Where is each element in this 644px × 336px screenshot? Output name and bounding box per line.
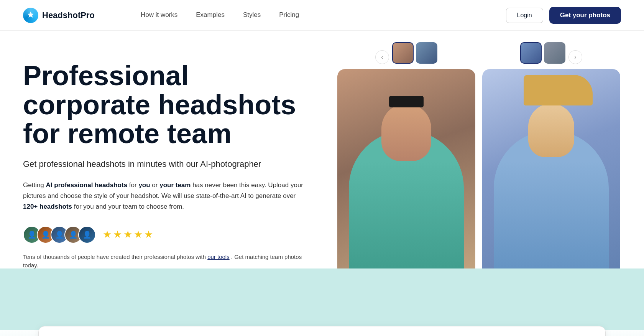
teal-background [0, 268, 644, 330]
form-container: Company name Team size 5 ▲ ▼ Create your… [38, 326, 606, 336]
avatar-group: 👤 👤 👤 👤 👤 [23, 226, 96, 244]
man-main-photo [337, 69, 475, 284]
nav-link-pricing[interactable]: Pricing [279, 11, 299, 19]
star-4: ★ [134, 229, 143, 240]
hero-left: Professional corporate headshots for rem… [23, 54, 307, 299]
login-button[interactable]: Login [506, 8, 543, 23]
social-proof: 👤 👤 👤 👤 👤 ★ ★ ★ ★ ★ [23, 226, 307, 244]
logo-icon [23, 8, 38, 23]
bold-you: you [138, 181, 150, 189]
svg-point-0 [30, 14, 32, 16]
man-prev-arrow[interactable]: ‹ [375, 50, 389, 64]
woman-thumb-2[interactable] [544, 42, 565, 64]
woman-thumb-1[interactable] [520, 42, 542, 64]
woman-main-photo [482, 69, 620, 284]
nav-link-examples[interactable]: Examples [196, 11, 225, 19]
bold-your-team: your team [159, 181, 191, 189]
avatar-5: 👤 [78, 226, 96, 244]
star-1: ★ [103, 229, 112, 240]
star-3: ★ [123, 229, 132, 240]
nav-links: How it works Examples Styles Pricing [118, 0, 322, 31]
hero-body: Getting AI professional headshots for yo… [23, 180, 307, 212]
get-photos-button[interactable]: Get your photos [549, 7, 621, 24]
nav-link-styles[interactable]: Styles [243, 11, 261, 19]
bold-120-headshots: 120+ headshots [23, 203, 72, 210]
bold-ai-headshots: AI professional headshots [46, 181, 128, 189]
star-5: ★ [144, 229, 153, 240]
nav-right: Login Get your photos [506, 7, 621, 24]
testimonial-text: Tens of thousands of people have created… [23, 253, 307, 270]
man-thumbnail-row: ‹ [375, 42, 437, 69]
star-2: ★ [113, 229, 122, 240]
logo-link[interactable]: HeadshotPro [23, 8, 95, 23]
nav-link-how-it-works[interactable]: How it works [141, 11, 177, 19]
hero-section: Professional corporate headshots for rem… [0, 31, 644, 330]
logo-text: HeadshotPro [42, 10, 95, 20]
hero-title: Professional corporate headshots for rem… [23, 61, 307, 148]
hero-subtitle: Get professional headshots in minutes wi… [23, 159, 307, 169]
woman-thumbnail-row: › [520, 42, 582, 69]
man-photo-col: ‹ [337, 42, 475, 284]
navigation: HeadshotPro How it works Examples Styles… [0, 0, 644, 31]
man-thumb-1[interactable] [392, 42, 414, 64]
man-thumb-2[interactable] [416, 42, 437, 64]
man-thumbnails [392, 42, 437, 64]
star-rating: ★ ★ ★ ★ ★ [103, 229, 153, 240]
our-tools-link[interactable]: our tools [207, 254, 230, 260]
woman-photo-col: › [482, 42, 620, 284]
woman-thumbnails [520, 42, 565, 64]
woman-next-arrow[interactable]: › [568, 50, 582, 64]
